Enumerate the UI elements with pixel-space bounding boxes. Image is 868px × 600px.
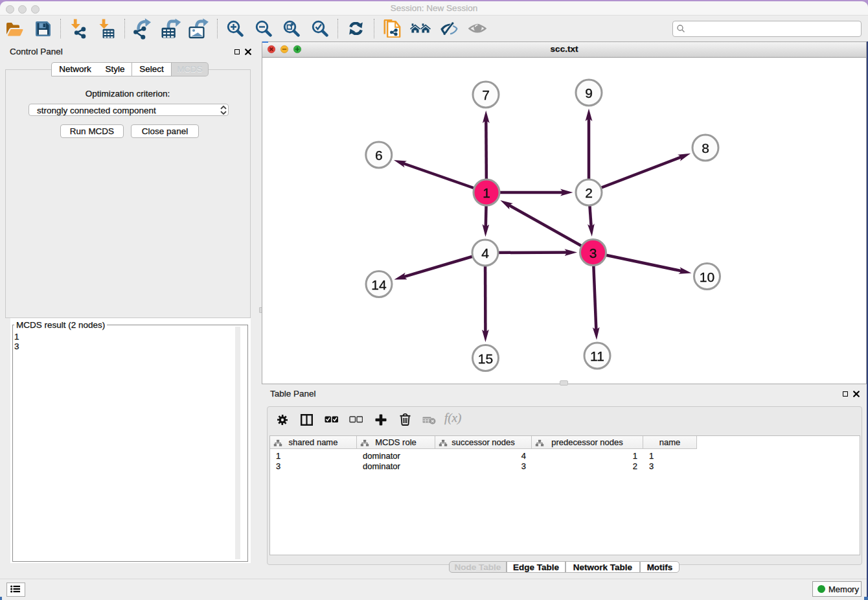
svg-text:11: 11	[590, 349, 604, 363]
svg-text:4: 4	[481, 246, 489, 260]
svg-text:8: 8	[702, 141, 709, 156]
svg-text:6: 6	[375, 148, 383, 163]
svg-text:15: 15	[478, 351, 493, 366]
svg-text:10: 10	[700, 270, 714, 284]
svg-text:14: 14	[371, 277, 387, 292]
svg-text:3: 3	[589, 246, 597, 260]
svg-text:9: 9	[585, 86, 593, 100]
svg-text:2: 2	[585, 185, 593, 200]
svg-text:7: 7	[482, 87, 490, 102]
svg-text:1: 1	[483, 185, 490, 200]
